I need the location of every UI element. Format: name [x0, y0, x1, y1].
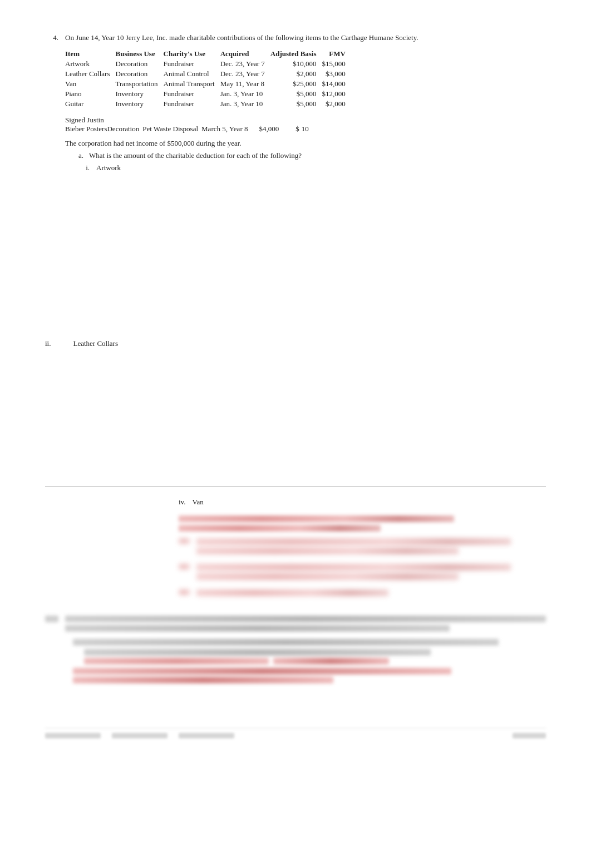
table-cell: Dec. 23, Year 7 [220, 59, 270, 69]
table-cell: Transportation [116, 79, 164, 89]
table-cell: Van [65, 79, 116, 89]
col-adjusted-basis: Adjusted Basis [270, 49, 322, 59]
table-cell: $12,000 [322, 89, 351, 99]
footer-subject [179, 733, 234, 738]
items-table-container: Item Business Use Charity's Use Acquired… [65, 49, 546, 109]
roman-i-label: i. [78, 163, 90, 172]
table-cell: Fundraiser [164, 59, 220, 69]
col-business-use: Business Use [116, 49, 164, 59]
signed-prefix: Signed Justin [65, 116, 104, 125]
section-iv-row: iv. Van [179, 498, 546, 507]
table-row: ArtworkDecorationFundraiserDec. 23, Year… [65, 59, 351, 69]
spacer-ii-iv [45, 393, 546, 482]
blurred-sub-vi [179, 564, 546, 583]
table-cell: $2,000 [322, 99, 351, 109]
col-fmv: FMV [322, 49, 351, 59]
net-income-text: The corporation had net income of $500,0… [65, 139, 242, 147]
table-cell: $5,000 [270, 99, 322, 109]
table-cell: Decoration [116, 59, 164, 69]
roman-i-text: Artwork [96, 163, 121, 172]
horizontal-divider [45, 486, 546, 487]
table-cell: Dec. 23, Year 7 [220, 69, 270, 79]
net-income-line: The corporation had net income of $500,0… [65, 139, 546, 148]
table-cell: Fundraiser [164, 89, 220, 99]
section-iv-label-row: iv. Van [179, 498, 546, 507]
table-cell: $3,000 [322, 69, 351, 79]
table-row: VanTransportationAnimal TransportMay 11,… [65, 79, 351, 89]
items-table: Item Business Use Charity's Use Acquired… [65, 49, 351, 109]
table-row: GuitarInventoryFundraiserJan. 3, Year 10… [65, 99, 351, 109]
footer-module [45, 733, 101, 738]
table-cell: $10,000 [270, 59, 322, 69]
blurred-answer-1 [179, 515, 546, 532]
table-cell: Artwork [65, 59, 116, 69]
signed-charity-use: Pet Waste Disposal [139, 125, 201, 133]
signed-line: Signed Justin [65, 116, 546, 125]
table-cell: Inventory [116, 99, 164, 109]
sub-a-row: a. What is the amount of the charitable … [78, 151, 546, 160]
table-cell: Piano [65, 89, 116, 99]
table-cell: Leather Collars [65, 69, 116, 79]
question-number: 4. [45, 33, 58, 42]
footer-topic [112, 733, 168, 738]
table-cell: Jan. 3, Year 10 [220, 89, 270, 99]
blurred-content-block [179, 515, 546, 599]
table-row: Leather CollarsDecorationAnimal ControlD… [65, 69, 351, 79]
question-4-block: 4. On June 14, Year 10 Jerry Lee, Inc. m… [45, 33, 546, 172]
sub-item-i: i. Artwork [78, 163, 546, 172]
footer-items [45, 733, 234, 738]
sub-a-text: What is the amount of the charitable ded… [89, 151, 302, 160]
signed-detail-row: Bieber Posters Decoration Pet Waste Disp… [65, 125, 546, 133]
roman-iv-label: iv. [179, 498, 186, 507]
footer-page [513, 733, 546, 738]
sub-question-a: a. What is the amount of the charitable … [78, 151, 546, 172]
signed-fmv: 10 [299, 125, 309, 133]
table-cell: $14,000 [322, 79, 351, 89]
question-5-blurred [45, 616, 546, 683]
signed-business-use: Decoration [107, 125, 139, 133]
roman-iv-text: Van [193, 498, 204, 507]
blurred-sub-v [179, 538, 546, 557]
signed-acquired: March 5, Year 8 [201, 125, 259, 133]
col-charity-use: Charity's Use [164, 49, 220, 59]
table-cell: Fundraiser [164, 99, 220, 109]
table-cell: May 11, Year 8 [220, 79, 270, 89]
table-cell: Jan. 3, Year 10 [220, 99, 270, 109]
footer-bar [45, 728, 546, 738]
roman-ii-text: Leather Collars [73, 339, 118, 348]
table-cell: $15,000 [322, 59, 351, 69]
signed-basis: $4,000 [259, 125, 296, 133]
roman-ii-label: ii. [45, 339, 51, 348]
col-item: Item [65, 49, 116, 59]
table-cell: $2,000 [270, 69, 322, 79]
table-cell: Decoration [116, 69, 164, 79]
signed-label: Bieber Posters [65, 125, 107, 133]
question-5-outer [45, 616, 546, 683]
section-ii-row: ii. Leather Collars [45, 339, 546, 348]
table-cell: Guitar [65, 99, 116, 109]
table-cell: Animal Control [164, 69, 220, 79]
spacer-i-ii [45, 183, 546, 306]
sub-a-label: a. [78, 151, 83, 160]
table-cell: Inventory [116, 89, 164, 99]
question-text: On June 14, Year 10 Jerry Lee, Inc. made… [65, 33, 546, 42]
signed-row: Signed Justin Bieber Posters Decoration … [65, 116, 546, 133]
table-header-row: Item Business Use Charity's Use Acquired… [65, 49, 351, 59]
table-row: PianoInventoryFundraiserJan. 3, Year 10$… [65, 89, 351, 99]
page-content: 4. On June 14, Year 10 Jerry Lee, Inc. m… [45, 33, 546, 738]
table-cell: $5,000 [270, 89, 322, 99]
table-cell: Animal Transport [164, 79, 220, 89]
col-acquired: Acquired [220, 49, 270, 59]
blurred-sub-vii [179, 589, 546, 599]
table-cell: $25,000 [270, 79, 322, 89]
question-number-row: 4. On June 14, Year 10 Jerry Lee, Inc. m… [45, 33, 546, 42]
